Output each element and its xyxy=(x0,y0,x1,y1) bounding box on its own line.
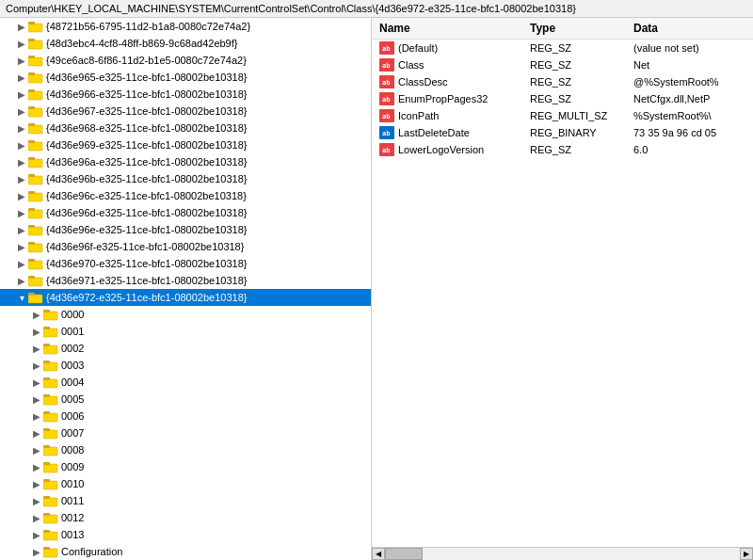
detail-type: REG_SZ xyxy=(522,41,626,55)
svg-text:ab: ab xyxy=(382,45,390,53)
tree-item[interactable]: ▶ {4d36e971-e325-11ce-bfc1-08002be10318} xyxy=(0,272,371,289)
detail-data: 73 35 9a 96 cd 05 xyxy=(626,126,753,139)
tree-item[interactable]: ▶ 0007 xyxy=(0,424,371,441)
tree-item[interactable]: ▶ {49ce6ac8-6f86-11d2-b1e5-0080c72e74a2} xyxy=(0,52,371,69)
svg-rect-9 xyxy=(28,74,42,83)
tree-expander[interactable]: ▶ xyxy=(30,513,43,523)
tree-expander[interactable]: ▶ xyxy=(30,310,43,320)
tree-expander[interactable]: ▶ xyxy=(30,496,43,506)
tree-expander[interactable]: ▶ xyxy=(30,547,43,557)
tree-expander[interactable]: ▶ xyxy=(15,56,28,66)
scroll-right-btn[interactable]: ▶ xyxy=(740,548,753,560)
detail-row[interactable]: abClassREG_SZNet xyxy=(372,56,753,73)
folder-icon xyxy=(43,392,58,406)
detail-name: abLowerLogoVersion xyxy=(372,142,522,157)
details-rows[interactable]: ab(Default)REG_SZ(value not set)abClassR… xyxy=(372,40,753,547)
tree-item[interactable]: ▾ {4d36e972-e325-11ce-bfc1-08002be10318} xyxy=(0,289,371,306)
tree-expander[interactable]: ▶ xyxy=(30,327,43,337)
svg-rect-81 xyxy=(43,481,57,489)
tree-item[interactable]: ▶ 0011 xyxy=(0,492,371,509)
tree-item-label: {4d36e971-e325-11ce-bfc1-08002be10318} xyxy=(46,275,247,286)
detail-row[interactable]: abEnumPropPages32REG_SZNetCfgx.dll,NetP xyxy=(372,90,753,107)
tree-expander[interactable]: ▶ xyxy=(30,360,43,371)
svg-rect-58 xyxy=(43,344,50,346)
tree-expander[interactable]: ▶ xyxy=(30,428,43,439)
svg-rect-84 xyxy=(43,498,57,506)
tree-item[interactable]: ▶ {48d3ebc4-4cf8-48ff-b869-9c68ad42eb9f} xyxy=(0,35,371,52)
tree-item[interactable]: ▶ {4d36e965-e325-11ce-bfc1-08002be10318} xyxy=(0,69,371,86)
tree-item[interactable]: ▶ {4d36e969-e325-11ce-bfc1-08002be10318} xyxy=(0,136,371,153)
tree-item[interactable]: ▶ {4d36e96d-e325-11ce-bfc1-08002be10318} xyxy=(0,204,371,221)
tree-expander[interactable]: ▶ xyxy=(15,225,28,235)
tree-scroll[interactable]: ▶ {48721b56-6795-11d2-b1a8-0080c72e74a2}… xyxy=(0,18,371,560)
folder-icon xyxy=(28,291,43,304)
tree-item[interactable]: ▶ {48721b56-6795-11d2-b1a8-0080c72e74a2} xyxy=(0,18,371,35)
tree-expander[interactable]: ▶ xyxy=(15,276,28,286)
detail-row[interactable]: abLastDeleteDateREG_BINARY73 35 9a 96 cd… xyxy=(372,124,753,141)
tree-item[interactable]: ▶ {4d36e96e-e325-11ce-bfc1-08002be10318} xyxy=(0,221,371,238)
tree-item[interactable]: ▶ 0013 xyxy=(0,526,371,543)
detail-type: REG_MULTI_SZ xyxy=(522,109,626,122)
tree-expander[interactable]: ▶ xyxy=(30,530,43,540)
tree-expander[interactable]: ▶ xyxy=(15,39,28,49)
tree-expander[interactable]: ▶ xyxy=(30,462,43,472)
tree-item[interactable]: ▶ 0010 xyxy=(0,475,371,492)
tree-expander[interactable]: ▶ xyxy=(15,242,28,252)
tree-expander[interactable]: ▶ xyxy=(30,479,43,489)
detail-row[interactable]: abClassDescREG_SZ@%SystemRoot% xyxy=(372,73,753,90)
detail-row[interactable]: abLowerLogoVersionREG_SZ6.0 xyxy=(372,141,753,158)
detail-row[interactable]: ab(Default)REG_SZ(value not set) xyxy=(372,40,753,56)
tree-item[interactable]: ▶ 0003 xyxy=(0,357,371,374)
tree-item-label: {4d36e972-e325-11ce-bfc1-08002be10318} xyxy=(46,292,247,303)
tree-expander[interactable]: ▶ xyxy=(15,72,28,83)
svg-text:ab: ab xyxy=(382,62,390,70)
tree-expander[interactable]: ▶ xyxy=(15,140,28,151)
tree-expander[interactable]: ▶ xyxy=(15,259,28,269)
tree-expander[interactable]: ▾ xyxy=(15,293,28,303)
col-name-header: Name xyxy=(372,20,522,37)
tree-item[interactable]: ▶ {4d36e96b-e325-11ce-bfc1-08002be10318} xyxy=(0,170,371,187)
tree-item[interactable]: ▶ 0004 xyxy=(0,374,371,391)
tree-expander[interactable]: ▶ xyxy=(15,123,28,134)
tree-expander[interactable]: ▶ xyxy=(15,89,28,100)
scroll-thumb[interactable] xyxy=(385,548,423,560)
tree-expander[interactable]: ▶ xyxy=(15,106,28,117)
tree-item-label: Configuration xyxy=(61,546,122,557)
folder-icon xyxy=(43,376,58,389)
svg-rect-21 xyxy=(28,142,42,151)
tree-item[interactable]: ▶ Configuration xyxy=(0,543,371,560)
tree-item[interactable]: ▶ 0009 xyxy=(0,458,371,475)
tree-item[interactable]: ▶ 0001 xyxy=(0,323,371,340)
scroll-left-btn[interactable]: ◀ xyxy=(372,548,385,560)
tree-item[interactable]: ▶ {4d36e96c-e325-11ce-bfc1-08002be10318} xyxy=(0,187,371,204)
svg-rect-73 xyxy=(43,428,50,431)
tree-item[interactable]: ▶ {4d36e966-e325-11ce-bfc1-08002be10318} xyxy=(0,86,371,103)
tree-expander[interactable]: ▶ xyxy=(15,191,28,201)
horizontal-scrollbar[interactable]: ◀ ▶ xyxy=(372,547,753,560)
tree-expander[interactable]: ▶ xyxy=(30,344,43,354)
tree-expander[interactable]: ▶ xyxy=(30,377,43,388)
folder-icon xyxy=(28,189,43,202)
tree-item[interactable]: ▶ {4d36e96f-e325-11ce-bfc1-08002be10318} xyxy=(0,238,371,255)
tree-item[interactable]: ▶ 0012 xyxy=(0,509,371,526)
tree-expander[interactable]: ▶ xyxy=(15,22,28,32)
tree-expander[interactable]: ▶ xyxy=(15,157,28,168)
tree-expander[interactable]: ▶ xyxy=(30,394,43,405)
tree-item[interactable]: ▶ {4d36e968-e325-11ce-bfc1-08002be10318} xyxy=(0,120,371,136)
svg-text:ab: ab xyxy=(382,79,390,87)
tree-expander[interactable]: ▶ xyxy=(15,174,28,184)
tree-item[interactable]: ▶ 0006 xyxy=(0,408,371,424)
tree-item[interactable]: ▶ 0000 xyxy=(0,306,371,323)
tree-item[interactable]: ▶ {4d36e967-e325-11ce-bfc1-08002be10318} xyxy=(0,103,371,120)
scroll-track xyxy=(385,548,740,560)
tree-item[interactable]: ▶ 0008 xyxy=(0,441,371,458)
svg-rect-61 xyxy=(43,360,50,363)
detail-row[interactable]: abIconPathREG_MULTI_SZ%SystemRoot%\ xyxy=(372,107,753,124)
tree-expander[interactable]: ▶ xyxy=(30,445,43,456)
tree-item[interactable]: ▶ 0002 xyxy=(0,340,371,357)
tree-item[interactable]: ▶ 0005 xyxy=(0,391,371,408)
tree-item[interactable]: ▶ {4d36e970-e325-11ce-bfc1-08002be10318} xyxy=(0,255,371,272)
tree-expander[interactable]: ▶ xyxy=(15,208,28,218)
tree-expander[interactable]: ▶ xyxy=(30,411,43,422)
tree-item[interactable]: ▶ {4d36e96a-e325-11ce-bfc1-08002be10318} xyxy=(0,153,371,170)
